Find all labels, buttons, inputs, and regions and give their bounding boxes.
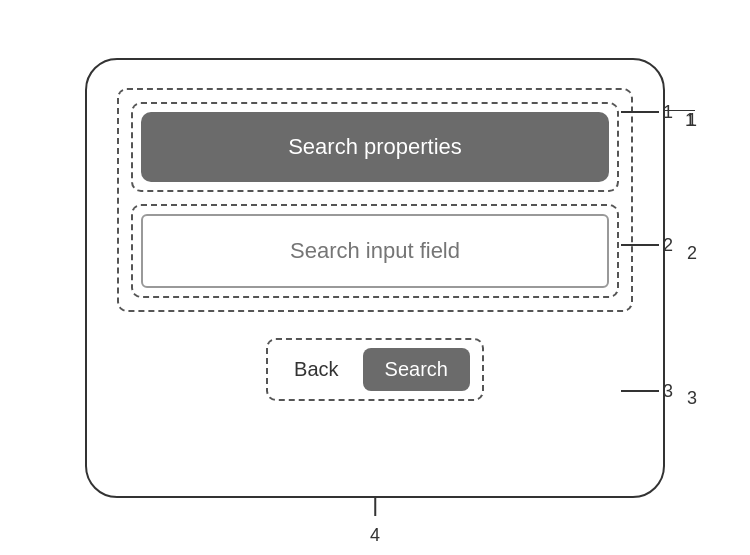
- annotation-num2: 2: [621, 235, 673, 256]
- annotation-num3: 3: [621, 381, 673, 402]
- annotation-4-line: [374, 496, 376, 516]
- search-properties-button[interactable]: Search properties: [141, 112, 609, 182]
- annotation-num1: 1: [621, 102, 673, 123]
- outer-wrapper: 1 2 3 Search properties Back Search 1: [85, 58, 665, 498]
- search-input[interactable]: [141, 214, 609, 288]
- back-button[interactable]: Back: [280, 350, 352, 389]
- bottom-row: Back Search: [266, 338, 484, 401]
- item1-dashed: Search properties: [131, 102, 619, 192]
- annotation-3: 3: [687, 388, 697, 409]
- main-container: Search properties Back Search: [85, 58, 665, 498]
- buttons-dashed-group: Back Search: [266, 338, 484, 401]
- annotation-num4: 4: [370, 525, 380, 546]
- search-button[interactable]: Search: [363, 348, 470, 391]
- label-1: 1: [685, 110, 695, 131]
- annotation-2: 2: [687, 243, 697, 264]
- dashed-outer-group: Search properties: [117, 88, 633, 312]
- item2-dashed: [131, 204, 619, 298]
